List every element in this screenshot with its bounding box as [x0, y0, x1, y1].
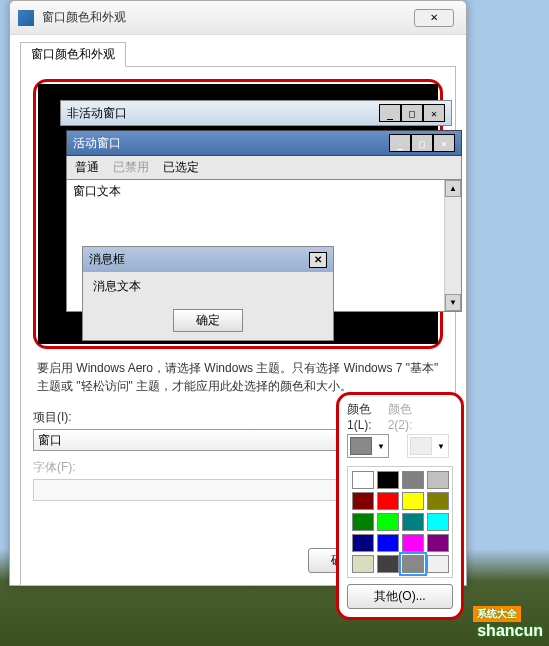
font-label: 字体(F):	[33, 459, 349, 476]
color2-label-b: 2(2):	[388, 418, 413, 432]
msgbox-body: 消息文本	[83, 272, 333, 301]
color-swatch[interactable]	[377, 555, 399, 573]
close-button[interactable]: ✕	[414, 9, 454, 27]
color-swatch[interactable]	[352, 534, 374, 552]
color-swatch[interactable]	[402, 534, 424, 552]
close-icon: ✕	[433, 134, 455, 152]
preview-menu: 普通 已禁用 已选定	[66, 156, 462, 180]
tab-appearance[interactable]: 窗口颜色和外观	[20, 42, 126, 67]
color-swatch[interactable]	[377, 534, 399, 552]
menu-normal[interactable]: 普通	[75, 159, 99, 176]
menu-disabled: 已禁用	[113, 159, 149, 176]
color2-swatch	[410, 437, 432, 455]
color-swatch[interactable]	[352, 471, 374, 489]
titlebar[interactable]: 窗口颜色和外观 ✕	[10, 1, 466, 35]
item-label: 项目(I):	[33, 409, 349, 426]
color1-label-a: 颜色	[347, 401, 372, 418]
maximize-icon: □	[411, 134, 433, 152]
msgbox-title: 消息框	[89, 251, 309, 268]
watermark: 系统大全 shancun	[477, 603, 543, 640]
color-swatch[interactable]	[402, 513, 424, 531]
color2-label-a: 颜色	[388, 401, 413, 418]
color-swatch[interactable]	[377, 471, 399, 489]
inactive-title: 非活动窗口	[67, 105, 379, 122]
help-text: 要启用 Windows Aero，请选择 Windows 主题。只有选择 Win…	[37, 359, 439, 395]
chevron-down-icon: ▼	[434, 442, 448, 451]
tab-strip: 窗口颜色和外观	[10, 37, 466, 66]
color-palette	[347, 466, 453, 578]
window-title: 窗口颜色和外观	[42, 9, 414, 26]
scroll-down-icon[interactable]: ▼	[445, 294, 461, 311]
scrollbar[interactable]: ▲ ▼	[444, 180, 461, 311]
minimize-icon: _	[389, 134, 411, 152]
chevron-down-icon: ▼	[374, 442, 388, 451]
preview-area: 非活动窗口 _ □ ✕ 活动窗口 _ □	[38, 84, 438, 344]
maximize-icon: □	[401, 104, 423, 122]
color1-combo[interactable]: ▼	[347, 434, 389, 458]
color-swatch[interactable]	[377, 513, 399, 531]
color2-combo: ▼	[407, 434, 449, 458]
active-title: 活动窗口	[73, 135, 389, 152]
close-icon: ✕	[423, 104, 445, 122]
color1-swatch	[350, 437, 372, 455]
menu-selected[interactable]: 已选定	[163, 159, 199, 176]
color-swatch[interactable]	[427, 534, 449, 552]
color-swatch[interactable]	[352, 513, 374, 531]
color-swatch[interactable]	[427, 471, 449, 489]
color-swatch[interactable]	[402, 492, 424, 510]
preview-inactive-window[interactable]: 非活动窗口 _ □ ✕	[60, 100, 452, 126]
minimize-icon: _	[379, 104, 401, 122]
close-icon: ✕	[309, 252, 327, 268]
color-swatch[interactable]	[427, 555, 449, 573]
color-swatch[interactable]	[427, 513, 449, 531]
color-swatch[interactable]	[352, 492, 374, 510]
color-swatch[interactable]	[402, 471, 424, 489]
font-combo	[33, 479, 349, 501]
color-panel: 颜色 1(L): 颜色 2(2): ▼ ▼ 其他(O)...	[336, 392, 464, 620]
color-swatch[interactable]	[427, 492, 449, 510]
preview-highlight: 非活动窗口 _ □ ✕ 活动窗口 _ □	[33, 79, 443, 349]
color-swatch[interactable]	[402, 555, 424, 573]
color1-label-b: 1(L):	[347, 418, 372, 432]
other-colors-button[interactable]: 其他(O)...	[347, 584, 453, 609]
app-icon	[18, 10, 34, 26]
color-swatch[interactable]	[352, 555, 374, 573]
scroll-up-icon[interactable]: ▲	[445, 180, 461, 197]
preview-message-box[interactable]: 消息框 ✕ 消息文本 确定	[82, 246, 334, 341]
msgbox-ok-button[interactable]: 确定	[173, 309, 243, 332]
color-swatch[interactable]	[377, 492, 399, 510]
item-combo[interactable]: 窗口 ▼	[33, 429, 349, 451]
